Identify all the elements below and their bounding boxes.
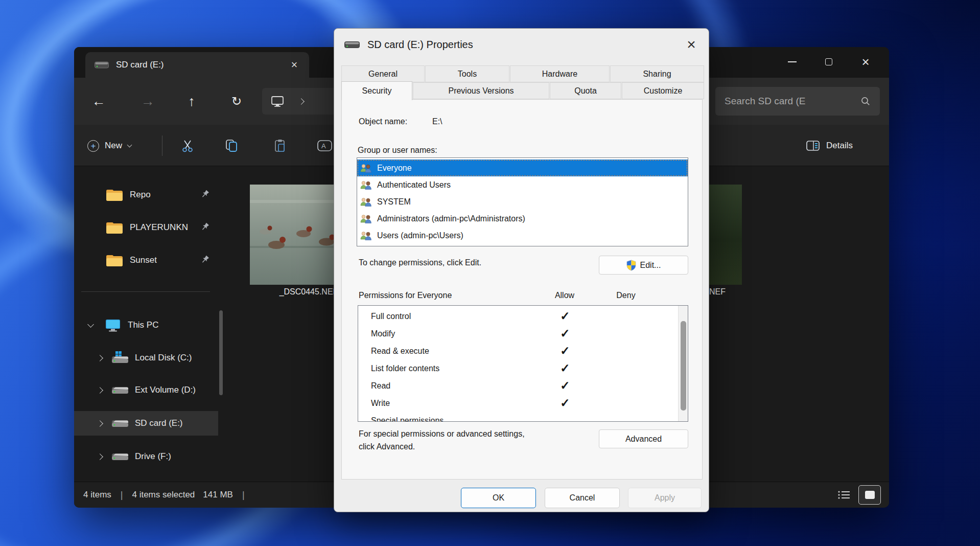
edit-button[interactable]: Edit... xyxy=(599,256,688,275)
file-thumbnail[interactable] xyxy=(708,185,742,285)
permission-row-special-permissions[interactable]: Special permissions xyxy=(358,413,688,422)
group-item-authenticated[interactable]: Authenticated Users xyxy=(357,176,688,193)
paste-button[interactable] xyxy=(268,134,293,157)
sidebar-pinned-repo[interactable]: Repo xyxy=(74,183,218,207)
sidebar-item-this-pc[interactable]: This PC xyxy=(74,313,218,337)
drive-icon xyxy=(95,61,109,69)
advanced-hint-line2: click Advanced. xyxy=(359,442,415,451)
explorer-tab-title: SD card (E:) xyxy=(116,60,287,70)
sidebar-item-label: This PC xyxy=(128,320,158,330)
group-item-system[interactable]: SYSTEM xyxy=(357,193,688,210)
selection-size: 141 MB xyxy=(203,490,233,500)
sidebar-item-label: Sunset xyxy=(130,255,157,265)
sidebar-item-label: Ext Volume (D:) xyxy=(135,385,196,395)
maximize-icon xyxy=(825,58,832,65)
sidebar-pinned-playerunkn[interactable]: PLAYERUNKN xyxy=(74,215,218,240)
sidebar-scrollbar[interactable] xyxy=(219,310,223,395)
pin-icon xyxy=(200,222,210,232)
minimize-button[interactable] xyxy=(774,47,810,77)
tab-sharing[interactable]: Sharing xyxy=(610,65,704,82)
cancel-button[interactable]: Cancel xyxy=(545,488,620,508)
details-view-icon[interactable] xyxy=(837,489,851,500)
copy-icon xyxy=(224,139,239,153)
tab-tools[interactable]: Tools xyxy=(425,65,509,82)
chevron-right-icon xyxy=(97,453,103,460)
group-users-icon xyxy=(360,214,372,224)
group-item-administrators[interactable]: Administrators (admin-pc\Administrators) xyxy=(357,210,688,227)
dialog-title: SD card (E:) Properties xyxy=(367,39,674,51)
permissions-scrollbar[interactable] xyxy=(678,306,688,421)
dialog-title-bar: SD card (E:) Properties × xyxy=(334,29,709,60)
explorer-tab[interactable]: SD card (E:) × xyxy=(85,52,309,78)
tab-general[interactable]: General xyxy=(341,65,425,82)
drive-icon xyxy=(111,451,129,462)
deny-column-header: Deny xyxy=(605,291,646,300)
sidebar-pinned-sunset[interactable]: Sunset xyxy=(74,248,218,272)
sidebar-item-label: SD card (E:) xyxy=(135,418,183,428)
sidebar-item-local-disk-c[interactable]: Local Disk (C:) xyxy=(74,346,218,370)
new-button[interactable]: + New xyxy=(83,134,135,157)
drive-icon xyxy=(111,385,129,395)
permission-row-full-control[interactable]: Full control✓ xyxy=(358,308,688,326)
thumbnail-view-button[interactable] xyxy=(858,485,881,505)
refresh-button[interactable]: ↻ xyxy=(223,90,250,112)
group-users-icon xyxy=(360,163,372,173)
close-button[interactable]: × xyxy=(847,47,884,77)
this-pc-icon xyxy=(104,318,122,332)
group-user-list[interactable]: EveryoneAuthenticated UsersSYSTEMAdminis… xyxy=(357,157,688,246)
properties-dialog: SD card (E:) Properties × GeneralToolsHa… xyxy=(334,28,709,512)
cut-button[interactable] xyxy=(175,134,200,157)
permission-row-read[interactable]: Read✓ xyxy=(358,378,688,395)
sidebar-divider xyxy=(81,291,210,292)
file-name-label: NEF xyxy=(709,287,726,297)
sidebar-item-drive-f[interactable]: Drive (F:) xyxy=(74,444,218,469)
chevron-right-icon xyxy=(97,355,103,361)
rename-button[interactable]: A xyxy=(312,134,337,157)
copy-button[interactable] xyxy=(219,134,244,157)
permission-row-modify[interactable]: Modify✓ xyxy=(358,326,688,343)
permission-name: Read & execute xyxy=(371,347,429,356)
selection-count: 4 items selected xyxy=(132,490,195,500)
tab-close-icon[interactable]: × xyxy=(287,57,302,73)
sidebar-item-sd-card-e[interactable]: SD card (E:) xyxy=(74,411,218,436)
drive-icon xyxy=(344,40,360,49)
ok-button[interactable]: OK xyxy=(461,488,536,508)
allow-column-header: Allow xyxy=(544,291,585,300)
sidebar-item-label: Local Disk (C:) xyxy=(135,353,192,363)
tab-hardware[interactable]: Hardware xyxy=(510,65,610,82)
allow-checkmark-icon: ✓ xyxy=(545,327,586,340)
permissions-list[interactable]: Full control✓Modify✓Read & execute✓List … xyxy=(358,305,688,422)
sidebar-item-label: PLAYERUNKN xyxy=(130,222,188,233)
allow-checkmark-icon: ✓ xyxy=(545,361,586,375)
group-users-icon xyxy=(360,197,372,207)
permission-row-read-execute[interactable]: Read & execute✓ xyxy=(358,343,688,360)
chevron-down-icon xyxy=(87,321,94,328)
advanced-button[interactable]: Advanced xyxy=(599,429,688,448)
tab-security[interactable]: Security xyxy=(341,81,412,100)
permission-row-write[interactable]: Write✓ xyxy=(358,395,688,413)
scrollbar-thumb[interactable] xyxy=(681,321,686,411)
details-button[interactable]: Details xyxy=(806,134,853,157)
group-item-users[interactable]: Users (admin-pc\Users) xyxy=(357,227,688,244)
forward-button[interactable]: → xyxy=(134,90,161,112)
tab-quota[interactable]: Quota xyxy=(550,82,621,99)
status-separator: | xyxy=(242,490,245,500)
tab-customize[interactable]: Customize xyxy=(622,82,704,99)
back-button[interactable]: ← xyxy=(85,90,112,112)
object-name-label: Object name: xyxy=(359,117,407,126)
toolbar-divider xyxy=(162,135,162,156)
advanced-button-label: Advanced xyxy=(625,435,662,444)
permission-row-list-folder-contents[interactable]: List folder contents✓ xyxy=(358,360,688,378)
apply-button: Apply xyxy=(628,488,702,508)
maximize-button[interactable] xyxy=(810,47,847,77)
group-item-everyone[interactable]: Everyone xyxy=(357,160,688,176)
allow-checkmark-icon: ✓ xyxy=(545,309,586,323)
group-item-label: Everyone xyxy=(377,164,412,173)
search-input[interactable]: Search SD card (E xyxy=(715,87,880,116)
tab-previous-versions[interactable]: Previous Versions xyxy=(413,82,549,99)
dialog-close-icon[interactable]: × xyxy=(682,35,701,54)
sidebar-item-ext-volume-d[interactable]: Ext Volume (D:) xyxy=(74,378,218,402)
edit-hint-label: To change permissions, click Edit. xyxy=(359,258,481,267)
cut-icon xyxy=(180,139,195,153)
up-button[interactable]: ↑ xyxy=(178,90,205,112)
